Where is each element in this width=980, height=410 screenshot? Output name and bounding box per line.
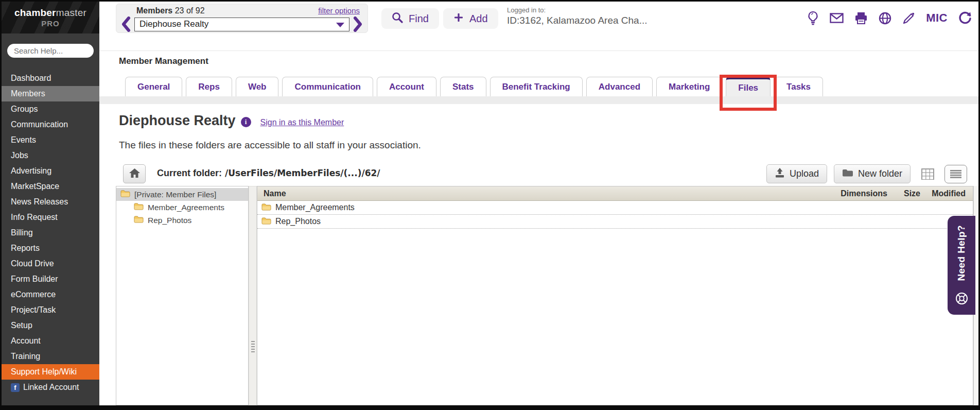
sidebar-item[interactable]: f Events	[2, 132, 99, 148]
folder-icon	[120, 190, 130, 199]
sidebar-item-label: eCommerce	[11, 290, 56, 299]
grid-icon	[921, 168, 935, 180]
column-header-modified[interactable]: Modified	[920, 189, 966, 198]
tab[interactable]: Files	[726, 77, 771, 96]
sidebar-item[interactable]: f Account	[2, 333, 99, 349]
sidebar-item[interactable]: f Cloud Drive	[2, 256, 99, 271]
sidebar-item[interactable]: f eCommerce	[2, 287, 99, 302]
sidebar-item[interactable]: f MarketSpace	[2, 179, 99, 194]
file-row-name: Rep_Photos	[275, 217, 321, 226]
sidebar-item-label: Jobs	[11, 151, 28, 160]
list-view-button[interactable]	[944, 165, 967, 183]
brand-name-light: master	[56, 7, 86, 18]
sidebar-item-label: Project/Task	[11, 305, 56, 315]
upload-button[interactable]: Upload	[766, 164, 827, 183]
tree-folder-item[interactable]: [Private: Member Files]	[116, 188, 248, 201]
tree-folder-item[interactable]: Member_Agreements	[116, 201, 248, 214]
column-header-size[interactable]: Size	[887, 189, 920, 198]
tab-label: Account	[389, 82, 424, 92]
need-help-label: Need Help?	[956, 225, 967, 281]
logged-in-info: Logged in to: ID:3162, Kalamazoo Area Ch…	[507, 6, 647, 27]
print-icon[interactable]	[854, 12, 868, 24]
sidebar-item-label: Info Request	[11, 213, 58, 222]
column-header-name[interactable]: Name	[264, 189, 833, 198]
tab[interactable]: Communication	[282, 77, 373, 96]
tree-folder-item[interactable]: Rep_Photos	[116, 214, 248, 227]
sidebar-item-label: Events	[11, 135, 36, 145]
globe-icon[interactable]	[879, 12, 891, 25]
tab[interactable]: Account	[377, 77, 436, 96]
sidebar-nav: f Dashboard f Members f Groups f Communi…	[2, 71, 99, 395]
info-icon[interactable]: i	[241, 117, 251, 127]
filter-options-link[interactable]: filter options	[318, 6, 360, 15]
refresh-icon[interactable]	[958, 11, 972, 25]
tab[interactable]: Web	[236, 77, 279, 96]
folder-tree: [Private: Member Files] Member_Agreement…	[116, 186, 249, 405]
find-button[interactable]: Find	[381, 8, 439, 29]
tab[interactable]: Advanced	[586, 77, 653, 96]
file-row[interactable]: Rep_Photos	[257, 215, 973, 229]
sidebar-item[interactable]: f News Releases	[2, 194, 99, 210]
sidebar-item[interactable]: f Billing	[2, 225, 99, 241]
top-bar: Members 23 of 92 filter options Diephous…	[99, 2, 978, 35]
column-header-dimensions[interactable]: Dimensions	[833, 189, 887, 198]
sidebar-item-label: Communication	[11, 120, 68, 129]
sidebar-item[interactable]: f Groups	[2, 101, 99, 117]
add-button[interactable]: Add	[443, 8, 498, 29]
next-member-button[interactable]	[353, 16, 363, 32]
upload-icon	[775, 167, 785, 181]
home-folder-button[interactable]	[123, 164, 146, 183]
sidebar-item[interactable]: f Project/Task	[2, 302, 99, 318]
sidebar-item[interactable]: f Support Help/Wiki	[2, 364, 99, 380]
member-select-value: Diephouse Realty	[139, 19, 208, 29]
edit-pencil-icon[interactable]	[902, 12, 915, 25]
current-folder: Current folder:/UserFiles/MemberFiles/(.…	[157, 168, 380, 179]
sidebar-item[interactable]: f Linked Account	[2, 380, 99, 395]
logged-in-label: Logged in to:	[507, 6, 647, 14]
sidebar-item[interactable]: f Setup	[2, 318, 99, 333]
sidebar-item-label: Groups	[11, 105, 38, 114]
search-help-input[interactable]	[7, 44, 94, 58]
file-row[interactable]: Member_Agreements	[257, 201, 973, 215]
previous-member-button[interactable]	[121, 16, 131, 32]
sidebar-item[interactable]: f Jobs	[2, 148, 99, 163]
sign-in-as-member-link[interactable]: Sign in as this Member	[260, 118, 344, 127]
files-description: The files in these folders are accessibl…	[119, 140, 421, 151]
mail-icon[interactable]	[830, 13, 844, 23]
life-ring-icon	[955, 292, 969, 308]
member-select[interactable]: Diephouse Realty	[134, 18, 349, 31]
sidebar-item[interactable]: f Dashboard	[2, 71, 99, 86]
new-folder-icon	[842, 168, 853, 180]
tab[interactable]: General	[125, 77, 182, 96]
grid-view-button[interactable]	[917, 165, 938, 183]
divider	[99, 50, 978, 51]
tab[interactable]: Stats	[440, 77, 486, 96]
member-tabs: General Reps Web Communication Account S…	[125, 77, 823, 96]
home-icon	[129, 168, 141, 180]
sidebar-item-label: Linked Account	[23, 383, 79, 392]
sidebar-item-label: Members	[11, 89, 45, 98]
tab[interactable]: Tasks	[774, 77, 823, 96]
sidebar-item-label: Cloud Drive	[11, 259, 54, 268]
sidebar-item[interactable]: f Reports	[2, 241, 99, 256]
mic-initials[interactable]: MIC	[926, 11, 948, 25]
sidebar-item[interactable]: f Training	[2, 349, 99, 364]
sidebar-item-label: Form Builder	[11, 275, 58, 284]
sidebar-item[interactable]: f Info Request	[2, 210, 99, 225]
sidebar-item[interactable]: f Form Builder	[2, 271, 99, 287]
tab-label: Files	[738, 83, 758, 93]
folder-icon	[134, 202, 144, 212]
tab-label: Advanced	[599, 82, 640, 92]
tab[interactable]: Benefit Tracking	[490, 77, 583, 96]
sidebar-item[interactable]: f Members	[2, 86, 99, 101]
sidebar-item-label: Training	[11, 352, 40, 361]
lightbulb-icon[interactable]	[807, 11, 819, 26]
tab[interactable]: Reps	[186, 77, 232, 96]
sidebar-item[interactable]: f Advertising	[2, 163, 99, 179]
tree-table-splitter[interactable]	[249, 186, 257, 405]
sidebar-item-label: Reports	[11, 244, 40, 253]
sidebar-item[interactable]: f Communication	[2, 117, 99, 132]
need-help-tab[interactable]: Need Help?	[948, 216, 975, 315]
new-folder-button[interactable]: New folder	[834, 164, 911, 183]
tab[interactable]: Marketing	[656, 77, 722, 96]
